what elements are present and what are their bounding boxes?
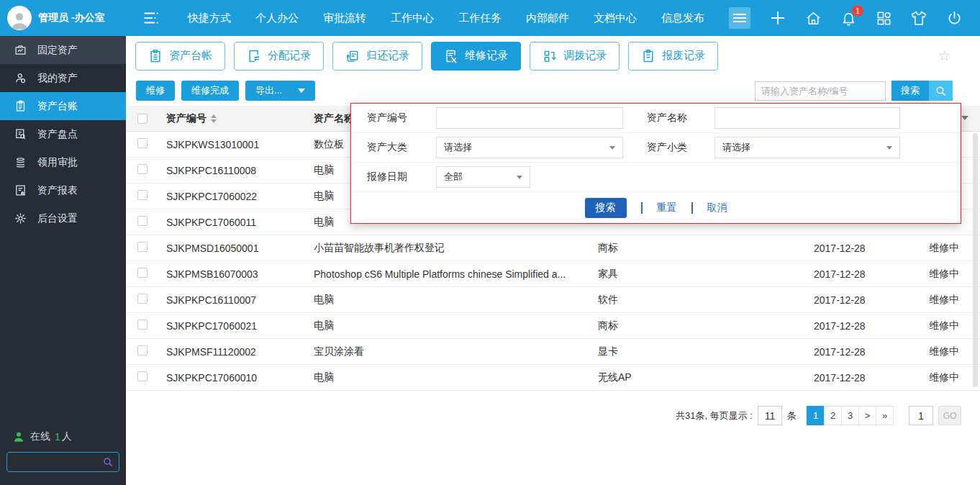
- transfer-blocks-icon: [543, 49, 557, 63]
- sidebar-item-requisition-approval[interactable]: 领用审批: [0, 148, 126, 176]
- online-suffix: 人: [62, 430, 72, 443]
- page-size-input[interactable]: [758, 406, 782, 425]
- popup-major-category-select[interactable]: 请选择: [436, 137, 623, 158]
- tab-repair-records[interactable]: 维修记录: [431, 42, 521, 71]
- row-checkbox[interactable]: [137, 319, 148, 330]
- chevron-down-icon: [298, 89, 305, 93]
- column-header-code[interactable]: 资产编号: [166, 112, 207, 125]
- sidebar-item-asset-reports[interactable]: 资产报表: [0, 176, 126, 204]
- sort-icon[interactable]: [211, 114, 217, 123]
- popup-reset-button[interactable]: 重置: [657, 201, 677, 214]
- nav-item-info-publish[interactable]: 信息发布: [661, 12, 704, 25]
- column-header-name[interactable]: 资产名称: [314, 112, 354, 125]
- row-checkbox[interactable]: [137, 294, 148, 304]
- sidebar-item-asset-ledger[interactable]: 资产台账: [0, 92, 126, 120]
- asset-search-input[interactable]: [755, 81, 886, 101]
- nav-collapse-icon[interactable]: [142, 9, 160, 27]
- goto-page-input[interactable]: [909, 406, 933, 425]
- apps-grid-icon[interactable]: [875, 9, 892, 27]
- page-button-2[interactable]: 2: [824, 406, 842, 425]
- sidebar-item-fixed-assets[interactable]: 固定资产: [0, 36, 126, 64]
- search-button[interactable]: 搜索: [891, 81, 953, 101]
- export-dropdown-button[interactable]: 导出...: [245, 81, 315, 101]
- repair-date: 2017-12-28: [814, 346, 929, 358]
- table-row[interactable]: SJKPKPC17060021 电脑 商标 2017-12-28 维修中: [126, 313, 980, 339]
- tab-transfer-records[interactable]: 调拨记录: [530, 42, 620, 71]
- notification-badge: 1: [852, 5, 863, 17]
- popup-repair-date-select[interactable]: 全部: [436, 166, 530, 188]
- sidebar-item-my-assets[interactable]: 我的资产: [0, 64, 126, 92]
- popup-row: 资产大类 请选择 资产小类 请选择: [351, 133, 961, 163]
- table-row[interactable]: SJKPMSD16050001 小苗苗智能故事机著作权登记 商标 2017-12…: [126, 235, 980, 261]
- sidebar: 固定资产 我的资产 资产台账 资产盘点 领用审批 资产报表 后台设置 在线 1 …: [0, 36, 126, 485]
- gear-icon: [14, 212, 27, 225]
- main-nav: 快捷方式 个人办公 审批流转 工作中心 工作任务 内部邮件 文档中心 信息发布: [188, 12, 704, 25]
- row-checkbox[interactable]: [137, 268, 148, 278]
- column-filter-caret-icon[interactable]: [961, 116, 968, 120]
- home-icon[interactable]: [804, 9, 822, 27]
- favorite-star-icon[interactable]: ☆: [938, 47, 950, 64]
- asset-code: SJKPMSF11120002: [166, 346, 314, 358]
- popup-minor-category-select[interactable]: 请选择: [714, 137, 900, 158]
- row-checkbox[interactable]: [137, 242, 148, 252]
- vertical-scrollbar[interactable]: [973, 133, 978, 387]
- popup-search-button[interactable]: 搜索: [585, 198, 627, 218]
- asset-code: SJKPMSB16070003: [166, 268, 314, 280]
- hamburger-menu-button[interactable]: [729, 7, 750, 29]
- select-all-checkbox[interactable]: [137, 114, 148, 124]
- nav-item-document-center[interactable]: 文档中心: [594, 12, 637, 25]
- theme-shirt-icon[interactable]: [910, 9, 927, 27]
- record-tabs: 资产台帐 分配记录 归还记录 维修记录 调拨记录 报废记录 ☆: [126, 36, 980, 76]
- asset-category: 家具: [598, 268, 814, 281]
- table-row[interactable]: SJKPKPC17060010 电脑 无线AP 2017-12-28 维修中: [126, 365, 980, 391]
- table-row[interactable]: SJKPMSB16070003 Photoshop cS6 Multiple P…: [126, 261, 980, 287]
- row-checkbox[interactable]: [137, 216, 148, 226]
- nav-item-work-center[interactable]: 工作中心: [391, 12, 434, 25]
- sidebar-item-backend-settings[interactable]: 后台设置: [0, 204, 126, 232]
- asset-name: Photoshop cS6 Multiple Platforms chinese…: [314, 268, 598, 280]
- page-button-1[interactable]: 1: [807, 406, 825, 425]
- nav-item-work-tasks[interactable]: 工作任务: [458, 12, 502, 25]
- add-icon[interactable]: [769, 9, 786, 27]
- tab-asset-ledger[interactable]: 资产台帐: [135, 42, 225, 71]
- next-page-button[interactable]: >: [858, 406, 876, 425]
- asset-category: 无线AP: [598, 371, 814, 384]
- row-checkbox[interactable]: [137, 371, 148, 381]
- clipboard-icon: [14, 100, 27, 112]
- tab-label: 归还记录: [366, 49, 409, 63]
- table-row[interactable]: SJKPKPC16110007 电脑 软件 2017-12-28 维修中: [126, 287, 980, 313]
- popup-asset-code-input[interactable]: [436, 107, 623, 129]
- nav-item-personal-office[interactable]: 个人办公: [255, 12, 299, 25]
- sidebar-item-asset-inventory[interactable]: 资产盘点: [0, 120, 126, 148]
- power-icon[interactable]: [945, 9, 963, 27]
- search-button-label: 搜索: [891, 81, 929, 101]
- page-button-3[interactable]: 3: [841, 406, 859, 425]
- chevron-down-icon: [609, 146, 615, 150]
- nav-item-internal-mail[interactable]: 内部邮件: [526, 12, 569, 25]
- row-checkbox[interactable]: [137, 190, 148, 200]
- popup-asset-name-input[interactable]: [714, 107, 900, 129]
- repair-done-button[interactable]: 维修完成: [181, 81, 239, 101]
- tab-return-records[interactable]: 归还记录: [332, 42, 422, 71]
- row-checkbox[interactable]: [137, 345, 148, 355]
- sidebar-search-icon[interactable]: [102, 456, 114, 471]
- export-label: 导出...: [255, 84, 282, 97]
- asset-code: SJKPKPC16110007: [166, 294, 314, 306]
- popup-cancel-button[interactable]: 取消: [707, 201, 727, 214]
- row-checkbox[interactable]: [137, 164, 148, 174]
- sidebar-item-label: 固定资产: [37, 44, 78, 57]
- tab-allocation-records[interactable]: 分配记录: [234, 42, 324, 71]
- table-row[interactable]: SJKPMSF11120002 宝贝涂涂看 显卡 2017-12-28 维修中: [126, 339, 980, 365]
- asset-code: SJKPMSD16050001: [166, 242, 314, 254]
- last-page-button[interactable]: »: [876, 406, 894, 425]
- asset-code: SJKPKPC17060011: [166, 217, 314, 228]
- row-checkbox[interactable]: [137, 138, 148, 148]
- nav-item-shortcuts[interactable]: 快捷方式: [188, 12, 231, 25]
- user-area[interactable]: 管理员 -办公室: [0, 6, 126, 30]
- repair-button[interactable]: 维修: [136, 81, 175, 101]
- go-button[interactable]: GO: [938, 406, 961, 425]
- asset-name: 电脑: [314, 319, 598, 332]
- tab-scrap-records[interactable]: 报废记录: [628, 42, 718, 71]
- nav-item-approval-flow[interactable]: 审批流转: [323, 12, 366, 25]
- notifications-bell-icon[interactable]: 1: [840, 9, 857, 27]
